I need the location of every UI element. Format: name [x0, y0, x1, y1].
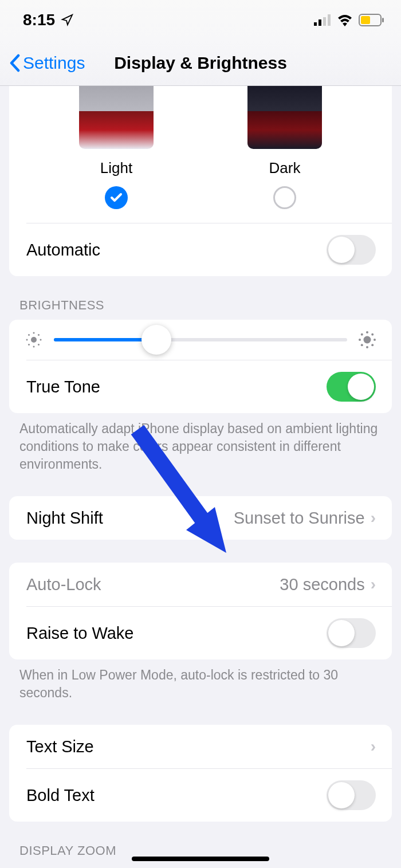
appearance-dark-option[interactable]: Dark	[233, 86, 336, 209]
chevron-right-icon: ›	[371, 575, 376, 594]
svg-point-13	[38, 334, 40, 336]
svg-point-23	[361, 344, 363, 346]
svg-point-20	[374, 339, 376, 341]
light-label: Light	[65, 159, 168, 177]
svg-rect-5	[382, 18, 384, 22]
wifi-icon	[337, 14, 353, 26]
night-shift-label: Night Shift	[26, 509, 103, 528]
text-size-label: Text Size	[26, 737, 94, 756]
true-tone-label: True Tone	[26, 378, 100, 396]
true-tone-toggle[interactable]	[327, 372, 376, 402]
raise-to-wake-label: Raise to Wake	[26, 624, 134, 643]
raise-to-wake-toggle[interactable]	[327, 618, 376, 648]
svg-rect-1	[319, 19, 321, 26]
chevron-right-icon: ›	[371, 737, 376, 756]
appearance-light-option[interactable]: Light	[65, 86, 168, 209]
svg-point-10	[26, 339, 28, 341]
back-label: Settings	[23, 53, 85, 73]
autolock-label: Auto-Lock	[26, 575, 101, 594]
svg-rect-3	[328, 14, 331, 26]
svg-point-8	[33, 332, 35, 334]
bold-text-toggle[interactable]	[327, 780, 376, 810]
autolock-footer: When in Low Power Mode, auto-lock is res…	[19, 666, 382, 702]
raise-to-wake-row: Raise to Wake	[9, 607, 392, 659]
brightness-slider-row	[9, 320, 392, 360]
svg-point-17	[366, 331, 368, 333]
svg-point-16	[364, 336, 371, 344]
true-tone-row: True Tone	[9, 360, 392, 413]
svg-rect-0	[314, 22, 317, 26]
svg-rect-2	[323, 17, 326, 26]
dark-radio[interactable]	[273, 186, 296, 209]
sun-large-icon	[359, 331, 376, 348]
svg-point-11	[40, 339, 42, 341]
brightness-header: BRIGHTNESS	[19, 298, 382, 313]
chevron-left-icon	[9, 54, 21, 72]
light-radio[interactable]	[105, 186, 128, 209]
battery-icon	[359, 14, 384, 26]
cellular-icon	[314, 14, 331, 26]
location-icon	[61, 14, 73, 26]
appearance-section: Light Dark Automatic	[9, 86, 392, 276]
autolock-value: 30 seconds	[280, 575, 364, 594]
automatic-toggle[interactable]	[327, 235, 376, 265]
nav-bar: Settings Display & Brightness	[0, 40, 401, 86]
bold-text-row: Bold Text	[9, 769, 392, 822]
svg-point-7	[31, 337, 37, 343]
brightness-section: True Tone	[9, 320, 392, 413]
status-bar: 8:15	[0, 0, 401, 40]
svg-point-12	[28, 334, 30, 336]
night-shift-section: Night Shift Sunset to Sunrise ›	[9, 496, 392, 540]
text-section: Text Size › Bold Text	[9, 725, 392, 822]
dark-label: Dark	[233, 159, 336, 177]
svg-point-15	[38, 344, 40, 345]
automatic-row: Automatic	[9, 223, 392, 276]
home-indicator[interactable]	[132, 857, 269, 861]
night-shift-row[interactable]: Night Shift Sunset to Sunrise ›	[9, 496, 392, 540]
svg-point-18	[366, 346, 368, 348]
status-time: 8:15	[23, 11, 55, 29]
svg-point-14	[28, 344, 30, 345]
autolock-row[interactable]: Auto-Lock 30 seconds ›	[9, 563, 392, 606]
automatic-label: Automatic	[26, 241, 100, 260]
svg-rect-6	[361, 16, 370, 24]
svg-point-19	[359, 339, 361, 341]
back-button[interactable]: Settings	[9, 53, 85, 73]
text-size-row[interactable]: Text Size ›	[9, 725, 392, 768]
svg-point-9	[33, 346, 35, 348]
page-title: Display & Brightness	[114, 53, 287, 73]
sun-small-icon	[25, 331, 42, 348]
chevron-right-icon: ›	[371, 509, 376, 527]
brightness-slider[interactable]	[54, 338, 347, 341]
checkmark-icon	[110, 193, 123, 203]
bold-text-label: Bold Text	[26, 786, 95, 805]
svg-point-21	[361, 333, 363, 336]
status-icons	[314, 14, 384, 26]
night-shift-value: Sunset to Sunrise	[234, 509, 365, 528]
svg-point-22	[371, 333, 374, 336]
dark-preview-icon	[247, 86, 322, 149]
brightness-footer: Automatically adapt iPhone display based…	[19, 420, 382, 473]
autolock-section: Auto-Lock 30 seconds › Raise to Wake	[9, 563, 392, 659]
slider-thumb[interactable]	[141, 325, 171, 355]
light-preview-icon	[79, 86, 154, 149]
svg-point-24	[371, 344, 374, 346]
